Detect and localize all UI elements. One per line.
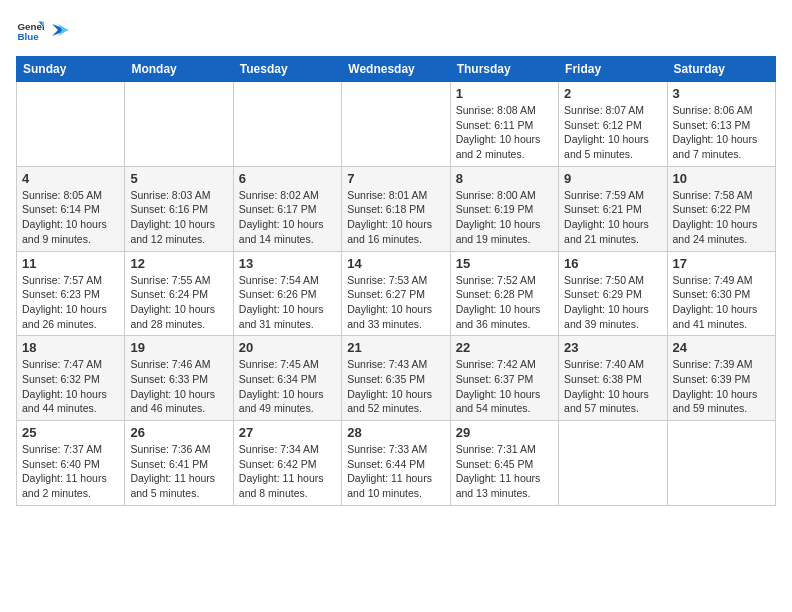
day-info: Sunrise: 7:47 AM Sunset: 6:32 PM Dayligh… xyxy=(22,357,119,416)
day-number: 9 xyxy=(564,171,661,186)
day-number: 27 xyxy=(239,425,336,440)
calendar-cell: 25Sunrise: 7:37 AM Sunset: 6:40 PM Dayli… xyxy=(17,421,125,506)
day-number: 24 xyxy=(673,340,770,355)
day-number: 11 xyxy=(22,256,119,271)
weekday-header-friday: Friday xyxy=(559,57,667,82)
day-info: Sunrise: 7:52 AM Sunset: 6:28 PM Dayligh… xyxy=(456,273,553,332)
day-number: 21 xyxy=(347,340,444,355)
logo-wordmark xyxy=(48,20,70,40)
calendar-cell: 6Sunrise: 8:02 AM Sunset: 6:17 PM Daylig… xyxy=(233,166,341,251)
day-info: Sunrise: 7:40 AM Sunset: 6:38 PM Dayligh… xyxy=(564,357,661,416)
calendar-cell xyxy=(233,82,341,167)
day-number: 26 xyxy=(130,425,227,440)
day-number: 7 xyxy=(347,171,444,186)
calendar-cell: 5Sunrise: 8:03 AM Sunset: 6:16 PM Daylig… xyxy=(125,166,233,251)
day-info: Sunrise: 7:50 AM Sunset: 6:29 PM Dayligh… xyxy=(564,273,661,332)
weekday-header-monday: Monday xyxy=(125,57,233,82)
day-info: Sunrise: 7:45 AM Sunset: 6:34 PM Dayligh… xyxy=(239,357,336,416)
calendar-cell: 28Sunrise: 7:33 AM Sunset: 6:44 PM Dayli… xyxy=(342,421,450,506)
day-info: Sunrise: 7:55 AM Sunset: 6:24 PM Dayligh… xyxy=(130,273,227,332)
day-info: Sunrise: 8:08 AM Sunset: 6:11 PM Dayligh… xyxy=(456,103,553,162)
calendar-cell xyxy=(342,82,450,167)
day-info: Sunrise: 7:34 AM Sunset: 6:42 PM Dayligh… xyxy=(239,442,336,501)
calendar-week-row: 4Sunrise: 8:05 AM Sunset: 6:14 PM Daylig… xyxy=(17,166,776,251)
day-info: Sunrise: 8:07 AM Sunset: 6:12 PM Dayligh… xyxy=(564,103,661,162)
logo-icon: General Blue xyxy=(16,16,44,44)
calendar-cell: 29Sunrise: 7:31 AM Sunset: 6:45 PM Dayli… xyxy=(450,421,558,506)
day-number: 20 xyxy=(239,340,336,355)
calendar-cell: 16Sunrise: 7:50 AM Sunset: 6:29 PM Dayli… xyxy=(559,251,667,336)
day-number: 3 xyxy=(673,86,770,101)
day-info: Sunrise: 7:39 AM Sunset: 6:39 PM Dayligh… xyxy=(673,357,770,416)
calendar-cell: 21Sunrise: 7:43 AM Sunset: 6:35 PM Dayli… xyxy=(342,336,450,421)
calendar-cell: 19Sunrise: 7:46 AM Sunset: 6:33 PM Dayli… xyxy=(125,336,233,421)
day-number: 8 xyxy=(456,171,553,186)
calendar-table: SundayMondayTuesdayWednesdayThursdayFrid… xyxy=(16,56,776,506)
day-number: 14 xyxy=(347,256,444,271)
calendar-cell: 4Sunrise: 8:05 AM Sunset: 6:14 PM Daylig… xyxy=(17,166,125,251)
calendar-cell: 3Sunrise: 8:06 AM Sunset: 6:13 PM Daylig… xyxy=(667,82,775,167)
calendar-week-row: 25Sunrise: 7:37 AM Sunset: 6:40 PM Dayli… xyxy=(17,421,776,506)
day-number: 15 xyxy=(456,256,553,271)
weekday-header-saturday: Saturday xyxy=(667,57,775,82)
day-info: Sunrise: 8:00 AM Sunset: 6:19 PM Dayligh… xyxy=(456,188,553,247)
day-info: Sunrise: 8:05 AM Sunset: 6:14 PM Dayligh… xyxy=(22,188,119,247)
day-number: 23 xyxy=(564,340,661,355)
calendar-cell: 26Sunrise: 7:36 AM Sunset: 6:41 PM Dayli… xyxy=(125,421,233,506)
day-info: Sunrise: 8:01 AM Sunset: 6:18 PM Dayligh… xyxy=(347,188,444,247)
day-info: Sunrise: 7:42 AM Sunset: 6:37 PM Dayligh… xyxy=(456,357,553,416)
day-info: Sunrise: 8:06 AM Sunset: 6:13 PM Dayligh… xyxy=(673,103,770,162)
calendar-cell: 14Sunrise: 7:53 AM Sunset: 6:27 PM Dayli… xyxy=(342,251,450,336)
weekday-header-sunday: Sunday xyxy=(17,57,125,82)
day-info: Sunrise: 7:36 AM Sunset: 6:41 PM Dayligh… xyxy=(130,442,227,501)
day-number: 5 xyxy=(130,171,227,186)
day-number: 10 xyxy=(673,171,770,186)
day-number: 6 xyxy=(239,171,336,186)
day-info: Sunrise: 7:31 AM Sunset: 6:45 PM Dayligh… xyxy=(456,442,553,501)
calendar-cell: 15Sunrise: 7:52 AM Sunset: 6:28 PM Dayli… xyxy=(450,251,558,336)
day-number: 17 xyxy=(673,256,770,271)
calendar-cell: 11Sunrise: 7:57 AM Sunset: 6:23 PM Dayli… xyxy=(17,251,125,336)
calendar-cell: 2Sunrise: 8:07 AM Sunset: 6:12 PM Daylig… xyxy=(559,82,667,167)
calendar-cell: 13Sunrise: 7:54 AM Sunset: 6:26 PM Dayli… xyxy=(233,251,341,336)
weekday-header-tuesday: Tuesday xyxy=(233,57,341,82)
calendar-cell: 18Sunrise: 7:47 AM Sunset: 6:32 PM Dayli… xyxy=(17,336,125,421)
calendar-cell: 12Sunrise: 7:55 AM Sunset: 6:24 PM Dayli… xyxy=(125,251,233,336)
day-info: Sunrise: 7:37 AM Sunset: 6:40 PM Dayligh… xyxy=(22,442,119,501)
day-number: 29 xyxy=(456,425,553,440)
calendar-cell: 23Sunrise: 7:40 AM Sunset: 6:38 PM Dayli… xyxy=(559,336,667,421)
calendar-week-row: 18Sunrise: 7:47 AM Sunset: 6:32 PM Dayli… xyxy=(17,336,776,421)
day-number: 22 xyxy=(456,340,553,355)
day-number: 4 xyxy=(22,171,119,186)
day-number: 18 xyxy=(22,340,119,355)
day-info: Sunrise: 8:03 AM Sunset: 6:16 PM Dayligh… xyxy=(130,188,227,247)
calendar-cell: 27Sunrise: 7:34 AM Sunset: 6:42 PM Dayli… xyxy=(233,421,341,506)
calendar-cell xyxy=(667,421,775,506)
day-info: Sunrise: 7:46 AM Sunset: 6:33 PM Dayligh… xyxy=(130,357,227,416)
day-info: Sunrise: 7:58 AM Sunset: 6:22 PM Dayligh… xyxy=(673,188,770,247)
calendar-cell: 10Sunrise: 7:58 AM Sunset: 6:22 PM Dayli… xyxy=(667,166,775,251)
day-info: Sunrise: 7:54 AM Sunset: 6:26 PM Dayligh… xyxy=(239,273,336,332)
day-number: 19 xyxy=(130,340,227,355)
calendar-cell: 8Sunrise: 8:00 AM Sunset: 6:19 PM Daylig… xyxy=(450,166,558,251)
weekday-header-row: SundayMondayTuesdayWednesdayThursdayFrid… xyxy=(17,57,776,82)
weekday-header-thursday: Thursday xyxy=(450,57,558,82)
logo-arrow-icon xyxy=(50,20,70,40)
day-number: 1 xyxy=(456,86,553,101)
day-number: 13 xyxy=(239,256,336,271)
day-info: Sunrise: 7:59 AM Sunset: 6:21 PM Dayligh… xyxy=(564,188,661,247)
day-info: Sunrise: 7:53 AM Sunset: 6:27 PM Dayligh… xyxy=(347,273,444,332)
weekday-header-wednesday: Wednesday xyxy=(342,57,450,82)
calendar-cell: 24Sunrise: 7:39 AM Sunset: 6:39 PM Dayli… xyxy=(667,336,775,421)
day-number: 12 xyxy=(130,256,227,271)
calendar-week-row: 1Sunrise: 8:08 AM Sunset: 6:11 PM Daylig… xyxy=(17,82,776,167)
calendar-cell: 20Sunrise: 7:45 AM Sunset: 6:34 PM Dayli… xyxy=(233,336,341,421)
calendar-cell: 17Sunrise: 7:49 AM Sunset: 6:30 PM Dayli… xyxy=(667,251,775,336)
header: General Blue xyxy=(16,16,776,44)
calendar-cell: 7Sunrise: 8:01 AM Sunset: 6:18 PM Daylig… xyxy=(342,166,450,251)
day-info: Sunrise: 7:33 AM Sunset: 6:44 PM Dayligh… xyxy=(347,442,444,501)
day-number: 25 xyxy=(22,425,119,440)
day-number: 28 xyxy=(347,425,444,440)
calendar-cell: 9Sunrise: 7:59 AM Sunset: 6:21 PM Daylig… xyxy=(559,166,667,251)
calendar-cell: 22Sunrise: 7:42 AM Sunset: 6:37 PM Dayli… xyxy=(450,336,558,421)
